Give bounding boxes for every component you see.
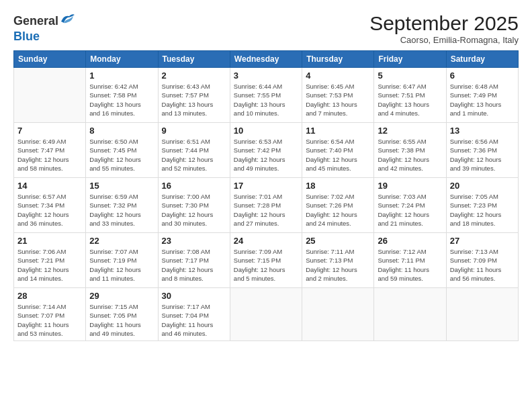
- calendar-cell: 10Sunrise: 6:53 AMSunset: 7:42 PMDayligh…: [230, 123, 302, 178]
- day-info: Sunrise: 7:01 AMSunset: 7:28 PMDaylight:…: [234, 192, 298, 228]
- day-number: 28: [17, 291, 82, 301]
- calendar-cell: [446, 288, 518, 341]
- calendar-cell: 22Sunrise: 7:07 AMSunset: 7:19 PMDayligh…: [86, 233, 158, 288]
- col-saturday: Saturday: [446, 51, 518, 68]
- day-number: 3: [234, 71, 298, 81]
- calendar-cell: 11Sunrise: 6:54 AMSunset: 7:40 PMDayligh…: [302, 123, 374, 178]
- day-number: 15: [89, 181, 154, 191]
- logo-bird-icon: [60, 12, 76, 30]
- calendar-cell: 12Sunrise: 6:55 AMSunset: 7:38 PMDayligh…: [374, 123, 446, 178]
- day-number: 19: [378, 181, 442, 191]
- day-number: 22: [89, 236, 154, 246]
- day-number: 14: [17, 181, 82, 191]
- day-info: Sunrise: 7:17 AMSunset: 7:04 PMDaylight:…: [162, 302, 226, 338]
- day-info: Sunrise: 7:02 AMSunset: 7:26 PMDaylight:…: [306, 192, 370, 228]
- day-number: 12: [378, 126, 442, 136]
- calendar-cell: 4Sunrise: 6:45 AMSunset: 7:53 PMDaylight…: [302, 68, 374, 123]
- day-info: Sunrise: 6:54 AMSunset: 7:40 PMDaylight:…: [306, 137, 370, 173]
- calendar-cell: 19Sunrise: 7:03 AMSunset: 7:24 PMDayligh…: [374, 178, 446, 233]
- calendar-cell: [374, 288, 446, 341]
- day-info: Sunrise: 6:48 AMSunset: 7:49 PMDaylight:…: [450, 82, 515, 118]
- day-number: 30: [162, 291, 226, 301]
- calendar-cell: 16Sunrise: 7:00 AMSunset: 7:30 PMDayligh…: [158, 178, 230, 233]
- day-info: Sunrise: 6:42 AMSunset: 7:58 PMDaylight:…: [89, 82, 154, 118]
- calendar-cell: 13Sunrise: 6:56 AMSunset: 7:36 PMDayligh…: [446, 123, 518, 178]
- day-info: Sunrise: 6:44 AMSunset: 7:55 PMDaylight:…: [234, 82, 298, 118]
- calendar-cell: 20Sunrise: 7:05 AMSunset: 7:23 PMDayligh…: [446, 178, 518, 233]
- day-number: 18: [306, 181, 370, 191]
- col-friday: Friday: [374, 51, 446, 68]
- day-number: 8: [89, 126, 154, 136]
- day-number: 26: [378, 236, 442, 246]
- calendar-cell: 9Sunrise: 6:51 AMSunset: 7:44 PMDaylight…: [158, 123, 230, 178]
- calendar-cell: 17Sunrise: 7:01 AMSunset: 7:28 PMDayligh…: [230, 178, 302, 233]
- day-info: Sunrise: 6:43 AMSunset: 7:57 PMDaylight:…: [162, 82, 226, 118]
- col-wednesday: Wednesday: [230, 51, 302, 68]
- day-info: Sunrise: 7:11 AMSunset: 7:13 PMDaylight:…: [306, 247, 370, 283]
- day-number: 6: [450, 71, 515, 81]
- day-number: 24: [234, 236, 298, 246]
- day-info: Sunrise: 6:59 AMSunset: 7:32 PMDaylight:…: [89, 192, 154, 228]
- week-row-3: 14Sunrise: 6:57 AMSunset: 7:34 PMDayligh…: [14, 178, 519, 233]
- calendar-cell: 8Sunrise: 6:50 AMSunset: 7:45 PMDaylight…: [86, 123, 158, 178]
- calendar-cell: 15Sunrise: 6:59 AMSunset: 7:32 PMDayligh…: [86, 178, 158, 233]
- day-info: Sunrise: 7:03 AMSunset: 7:24 PMDaylight:…: [378, 192, 442, 228]
- day-number: 16: [162, 181, 226, 191]
- day-info: Sunrise: 6:53 AMSunset: 7:42 PMDaylight:…: [234, 137, 298, 173]
- week-row-4: 21Sunrise: 7:06 AMSunset: 7:21 PMDayligh…: [14, 233, 519, 288]
- calendar-cell: 27Sunrise: 7:13 AMSunset: 7:09 PMDayligh…: [446, 233, 518, 288]
- col-tuesday: Tuesday: [158, 51, 230, 68]
- calendar-cell: 18Sunrise: 7:02 AMSunset: 7:26 PMDayligh…: [302, 178, 374, 233]
- day-number: 9: [162, 126, 226, 136]
- calendar-cell: 14Sunrise: 6:57 AMSunset: 7:34 PMDayligh…: [14, 178, 86, 233]
- calendar-cell: 1Sunrise: 6:42 AMSunset: 7:58 PMDaylight…: [86, 68, 158, 123]
- month-title: September 2025: [369, 12, 519, 35]
- calendar-header-row: Sunday Monday Tuesday Wednesday Thursday…: [14, 51, 519, 68]
- calendar-cell: 28Sunrise: 7:14 AMSunset: 7:07 PMDayligh…: [14, 288, 86, 341]
- calendar-cell: 30Sunrise: 7:17 AMSunset: 7:04 PMDayligh…: [158, 288, 230, 341]
- week-row-2: 7Sunrise: 6:49 AMSunset: 7:47 PMDaylight…: [14, 123, 519, 178]
- calendar-cell: 2Sunrise: 6:43 AMSunset: 7:57 PMDaylight…: [158, 68, 230, 123]
- day-number: 2: [162, 71, 226, 81]
- day-info: Sunrise: 7:05 AMSunset: 7:23 PMDaylight:…: [450, 192, 515, 228]
- calendar-cell: [230, 288, 302, 341]
- day-number: 21: [17, 236, 82, 246]
- day-info: Sunrise: 6:56 AMSunset: 7:36 PMDaylight:…: [450, 137, 515, 173]
- calendar-cell: 6Sunrise: 6:48 AMSunset: 7:49 PMDaylight…: [446, 68, 518, 123]
- day-info: Sunrise: 6:49 AMSunset: 7:47 PMDaylight:…: [17, 137, 82, 173]
- calendar-cell: 25Sunrise: 7:11 AMSunset: 7:13 PMDayligh…: [302, 233, 374, 288]
- week-row-1: 1Sunrise: 6:42 AMSunset: 7:58 PMDaylight…: [14, 68, 519, 123]
- day-number: 27: [450, 236, 515, 246]
- day-number: 11: [306, 126, 370, 136]
- calendar-cell: 26Sunrise: 7:12 AMSunset: 7:11 PMDayligh…: [374, 233, 446, 288]
- day-number: 5: [378, 71, 442, 81]
- calendar-cell: 21Sunrise: 7:06 AMSunset: 7:21 PMDayligh…: [14, 233, 86, 288]
- day-number: 25: [306, 236, 370, 246]
- calendar-table: Sunday Monday Tuesday Wednesday Thursday…: [13, 50, 519, 341]
- day-info: Sunrise: 7:13 AMSunset: 7:09 PMDaylight:…: [450, 247, 515, 283]
- col-sunday: Sunday: [14, 51, 86, 68]
- day-info: Sunrise: 7:08 AMSunset: 7:17 PMDaylight:…: [162, 247, 226, 283]
- day-info: Sunrise: 7:09 AMSunset: 7:15 PMDaylight:…: [234, 247, 298, 283]
- day-info: Sunrise: 6:45 AMSunset: 7:53 PMDaylight:…: [306, 82, 370, 118]
- day-info: Sunrise: 6:50 AMSunset: 7:45 PMDaylight:…: [89, 137, 154, 173]
- day-number: 29: [89, 291, 154, 301]
- col-monday: Monday: [86, 51, 158, 68]
- day-info: Sunrise: 7:12 AMSunset: 7:11 PMDaylight:…: [378, 247, 442, 283]
- day-number: 23: [162, 236, 226, 246]
- calendar-cell: 5Sunrise: 6:47 AMSunset: 7:51 PMDaylight…: [374, 68, 446, 123]
- title-area: September 2025 Caorso, Emilia-Romagna, I…: [369, 12, 519, 45]
- day-info: Sunrise: 7:15 AMSunset: 7:05 PMDaylight:…: [89, 302, 154, 338]
- calendar-cell: [14, 68, 86, 123]
- logo-text-general: General: [13, 15, 58, 28]
- week-row-5: 28Sunrise: 7:14 AMSunset: 7:07 PMDayligh…: [14, 288, 519, 341]
- calendar-cell: 29Sunrise: 7:15 AMSunset: 7:05 PMDayligh…: [86, 288, 158, 341]
- calendar-cell: 7Sunrise: 6:49 AMSunset: 7:47 PMDaylight…: [14, 123, 86, 178]
- day-number: 17: [234, 181, 298, 191]
- day-info: Sunrise: 7:14 AMSunset: 7:07 PMDaylight:…: [17, 302, 82, 338]
- day-number: 7: [17, 126, 82, 136]
- day-info: Sunrise: 6:55 AMSunset: 7:38 PMDaylight:…: [378, 137, 442, 173]
- day-info: Sunrise: 6:47 AMSunset: 7:51 PMDaylight:…: [378, 82, 442, 118]
- calendar-cell: 23Sunrise: 7:08 AMSunset: 7:17 PMDayligh…: [158, 233, 230, 288]
- day-info: Sunrise: 7:07 AMSunset: 7:19 PMDaylight:…: [89, 247, 154, 283]
